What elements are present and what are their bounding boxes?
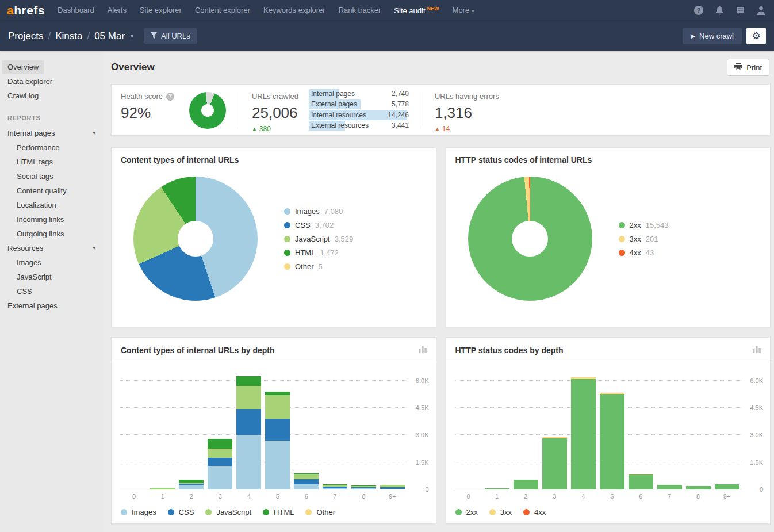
chevron-down-icon[interactable]: ▾ xyxy=(93,244,95,252)
sidebar-item-css[interactable]: CSS xyxy=(0,284,104,298)
help-tooltip-icon[interactable]: ? xyxy=(166,93,174,101)
bar-chart-icon[interactable] xyxy=(753,345,761,355)
stacked-bar-depth-2[interactable] xyxy=(179,480,204,489)
sidebar-item-performance[interactable]: Performance xyxy=(0,140,104,155)
legend-item-other[interactable]: Other xyxy=(305,508,335,516)
stacked-bar-depth-7[interactable] xyxy=(657,485,682,489)
sidebar-item-outgoing-links[interactable]: Outgoing links xyxy=(0,227,104,241)
legend-item-2xx[interactable]: 2xx xyxy=(455,508,478,516)
stacked-bar-depth-4[interactable] xyxy=(236,376,261,489)
bar-segment-html[interactable] xyxy=(236,376,261,386)
stacked-bar-depth-3[interactable] xyxy=(542,437,567,489)
nav-item-keywords-explorer[interactable]: Keywords explorer xyxy=(263,6,325,14)
legend-item-images[interactable]: Images7,080 xyxy=(284,207,353,216)
nav-item-rank-tracker[interactable]: Rank tracker xyxy=(339,6,381,14)
sidebar-item-localization[interactable]: Localization xyxy=(0,198,104,212)
bar-segment-images[interactable] xyxy=(380,489,405,489)
stacked-bar-depth-8[interactable] xyxy=(351,485,376,489)
sidebar-item-content-quality[interactable]: Content quality xyxy=(0,183,104,198)
bar-segment-2xx[interactable] xyxy=(571,379,596,489)
nav-item-more[interactable]: More▾ xyxy=(453,6,474,14)
legend-item-3xx[interactable]: 3xx201 xyxy=(619,235,669,243)
sidebar-item-social-tags[interactable]: Social tags xyxy=(0,169,104,183)
bar-segment-images[interactable] xyxy=(323,488,347,490)
legend-item-html[interactable]: HTML1,472 xyxy=(284,248,353,257)
feedback-icon[interactable] xyxy=(735,5,745,16)
bar-segment-images[interactable] xyxy=(236,435,261,489)
user-icon[interactable] xyxy=(756,5,766,16)
legend-item-4xx[interactable]: 4xx xyxy=(523,508,546,516)
bar-segment-javascript[interactable] xyxy=(150,488,175,489)
all-urls-button[interactable]: All URLs xyxy=(144,28,197,44)
sidebar-item-javascript[interactable]: JavaScript xyxy=(0,270,104,284)
stacked-bar-depth-8[interactable] xyxy=(686,486,711,489)
bar-segment-css[interactable] xyxy=(294,479,319,484)
sidebar-item-crawl-log[interactable]: Crawl log xyxy=(0,89,104,103)
legend-item-html[interactable]: HTML xyxy=(263,508,294,516)
bar-segment-css[interactable] xyxy=(265,419,290,441)
nav-item-content-explorer[interactable]: Content explorer xyxy=(195,6,250,14)
bar-segment-2xx[interactable] xyxy=(715,484,739,489)
nav-item-dashboard[interactable]: Dashboard xyxy=(58,6,94,14)
sidebar-item-images[interactable]: Images xyxy=(0,255,104,270)
breadcrumb-item-kinsta[interactable]: Kinsta xyxy=(55,30,82,42)
help-icon[interactable]: ? xyxy=(693,5,704,16)
nav-item-site-audit[interactable]: Site auditNEW xyxy=(394,6,439,15)
new-crawl-button[interactable]: ▶ New crawl xyxy=(683,28,742,44)
bar-segment-2xx[interactable] xyxy=(514,480,538,489)
chevron-down-icon[interactable]: ▾ xyxy=(93,129,95,137)
bar-segment-javascript[interactable] xyxy=(265,395,290,419)
ahrefs-logo[interactable]: ahrefs xyxy=(7,3,45,17)
stacked-bar-depth-1[interactable] xyxy=(485,488,509,490)
http-status-donut-chart[interactable] xyxy=(468,177,592,301)
bar-segment-2xx[interactable] xyxy=(542,438,567,489)
legend-item-4xx[interactable]: 4xx43 xyxy=(619,248,669,257)
stacked-bar-depth-6[interactable] xyxy=(294,473,319,489)
stacked-bar-depth-3[interactable] xyxy=(208,439,232,489)
bar-segment-css[interactable] xyxy=(236,409,261,435)
nav-item-alerts[interactable]: Alerts xyxy=(108,6,127,14)
bar-segment-2xx[interactable] xyxy=(600,394,624,489)
bar-segment-css[interactable] xyxy=(208,458,232,466)
bar-segment-2xx[interactable] xyxy=(485,488,509,490)
bell-icon[interactable] xyxy=(714,5,725,16)
print-button[interactable]: Print xyxy=(727,59,769,76)
sidebar-item-incoming-links[interactable]: Incoming links xyxy=(0,212,104,227)
sidebar-item-overview[interactable]: Overview xyxy=(0,60,104,74)
stacked-bar-depth-5[interactable] xyxy=(600,393,624,489)
legend-item-javascript[interactable]: JavaScript xyxy=(205,508,251,516)
settings-button[interactable]: ⚙ xyxy=(746,28,766,44)
bar-segment-2xx[interactable] xyxy=(629,474,653,489)
legend-item-other[interactable]: Other5 xyxy=(284,262,353,271)
nav-item-site-explorer[interactable]: Site explorer xyxy=(140,6,182,14)
breadcrumb-item-projects[interactable]: Projects xyxy=(8,30,43,42)
bar-segment-images[interactable] xyxy=(351,488,376,489)
stacked-bar-depth-6[interactable] xyxy=(629,474,653,489)
stacked-bar-depth-2[interactable] xyxy=(514,480,538,489)
legend-item-3xx[interactable]: 3xx xyxy=(489,508,512,516)
bar-segment-images[interactable] xyxy=(179,485,204,489)
bar-segment-2xx[interactable] xyxy=(657,485,682,489)
sidebar-item-external-pages[interactable]: External pages xyxy=(0,298,104,313)
stacked-bar-depth-5[interactable] xyxy=(265,392,290,489)
sidebar-item-resources[interactable]: Resources▾ xyxy=(0,241,104,255)
legend-item-javascript[interactable]: JavaScript3,529 xyxy=(284,235,353,243)
legend-item-css[interactable]: CSS xyxy=(168,508,194,516)
bar-segment-javascript[interactable] xyxy=(294,474,319,479)
bar-segment-images[interactable] xyxy=(208,466,232,489)
sidebar-item-data-explorer[interactable]: Data explorer xyxy=(0,74,104,89)
sidebar-item-internal-pages[interactable]: Internal pages▾ xyxy=(0,126,104,140)
sidebar-item-html-tags[interactable]: HTML tags xyxy=(0,155,104,169)
legend-item-images[interactable]: Images xyxy=(121,508,156,516)
legend-item-css[interactable]: CSS3,702 xyxy=(284,221,353,229)
breadcrumb-item-05-mar[interactable]: 05 Mar xyxy=(94,30,125,42)
bar-chart-icon[interactable] xyxy=(419,345,427,355)
stacked-bar-depth-7[interactable] xyxy=(323,484,347,489)
legend-item-2xx[interactable]: 2xx15,543 xyxy=(619,221,669,229)
stacked-bar-depth-9-[interactable] xyxy=(380,485,405,489)
stacked-bar-depth-4[interactable] xyxy=(571,377,596,489)
bar-segment-html[interactable] xyxy=(208,439,232,449)
stacked-bar-depth-9-[interactable] xyxy=(715,484,739,489)
bar-segment-javascript[interactable] xyxy=(236,386,261,409)
bar-segment-images[interactable] xyxy=(265,441,290,489)
